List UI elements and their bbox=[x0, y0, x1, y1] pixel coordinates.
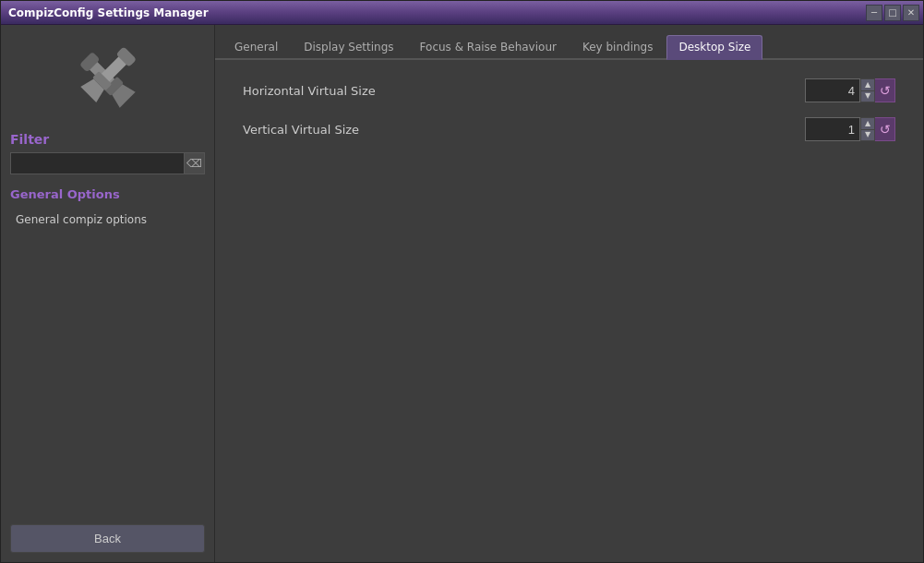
tab-focus-raise[interactable]: Focus & Raise Behaviour bbox=[408, 35, 569, 58]
vertical-reset-button[interactable]: ↺ bbox=[875, 117, 895, 141]
close-button[interactable]: ✕ bbox=[903, 5, 919, 21]
content-area: Filter ⌫ General Options General compiz … bbox=[1, 25, 923, 562]
horizontal-spin-up[interactable]: ▲ bbox=[860, 78, 875, 90]
sidebar-item-general-compiz[interactable]: General compiz options bbox=[10, 209, 205, 231]
maximize-button[interactable]: □ bbox=[884, 5, 901, 21]
vertical-spinbox-buttons: ▲ ▼ bbox=[860, 117, 875, 141]
vertical-virtual-size-label: Vertical Virtual Size bbox=[243, 123, 805, 137]
window-controls: ─ □ ✕ bbox=[866, 5, 919, 21]
window-title: CompizConfig Settings Manager bbox=[5, 6, 209, 19]
horizontal-spinbox-buttons: ▲ ▼ bbox=[860, 78, 875, 102]
settings-content: Horizontal Virtual Size ▲ ▼ ↺ Vertical V… bbox=[215, 60, 923, 562]
sidebar: Filter ⌫ General Options General compiz … bbox=[1, 25, 215, 562]
filter-input[interactable] bbox=[10, 152, 185, 174]
horizontal-virtual-size-input[interactable] bbox=[805, 78, 860, 102]
main-window: CompizConfig Settings Manager ─ □ ✕ bbox=[0, 0, 924, 563]
titlebar: CompizConfig Settings Manager ─ □ ✕ bbox=[1, 1, 923, 25]
main-content: General Display Settings Focus & Raise B… bbox=[215, 25, 923, 562]
horizontal-spin-down[interactable]: ▼ bbox=[860, 90, 875, 103]
horizontal-virtual-size-label: Horizontal Virtual Size bbox=[243, 84, 805, 98]
section-title: General Options bbox=[10, 187, 205, 201]
horizontal-virtual-size-row: Horizontal Virtual Size ▲ ▼ ↺ bbox=[243, 78, 895, 102]
vertical-spin-up[interactable]: ▲ bbox=[860, 117, 875, 129]
back-button[interactable]: Back bbox=[10, 524, 205, 553]
vertical-virtual-size-input[interactable] bbox=[805, 117, 860, 141]
tab-desktop-size[interactable]: Desktop Size bbox=[666, 35, 762, 60]
tab-display-settings[interactable]: Display Settings bbox=[292, 35, 405, 58]
vertical-spin-down[interactable]: ▼ bbox=[860, 129, 875, 142]
app-logo bbox=[71, 43, 145, 117]
filter-row: ⌫ bbox=[10, 152, 205, 174]
sidebar-footer: Back bbox=[10, 515, 205, 553]
tab-key-bindings[interactable]: Key bindings bbox=[570, 35, 666, 58]
horizontal-reset-button[interactable]: ↺ bbox=[875, 78, 895, 102]
filter-label: Filter bbox=[10, 132, 205, 147]
minimize-button[interactable]: ─ bbox=[866, 5, 882, 21]
vertical-spinbox: ▲ ▼ ↺ bbox=[805, 117, 895, 141]
vertical-virtual-size-row: Vertical Virtual Size ▲ ▼ ↺ bbox=[243, 117, 895, 141]
filter-clear-button[interactable]: ⌫ bbox=[185, 152, 205, 174]
horizontal-spinbox: ▲ ▼ ↺ bbox=[805, 78, 895, 102]
tab-bar: General Display Settings Focus & Raise B… bbox=[215, 25, 923, 60]
tab-general[interactable]: General bbox=[222, 35, 290, 58]
logo-area bbox=[10, 34, 205, 132]
